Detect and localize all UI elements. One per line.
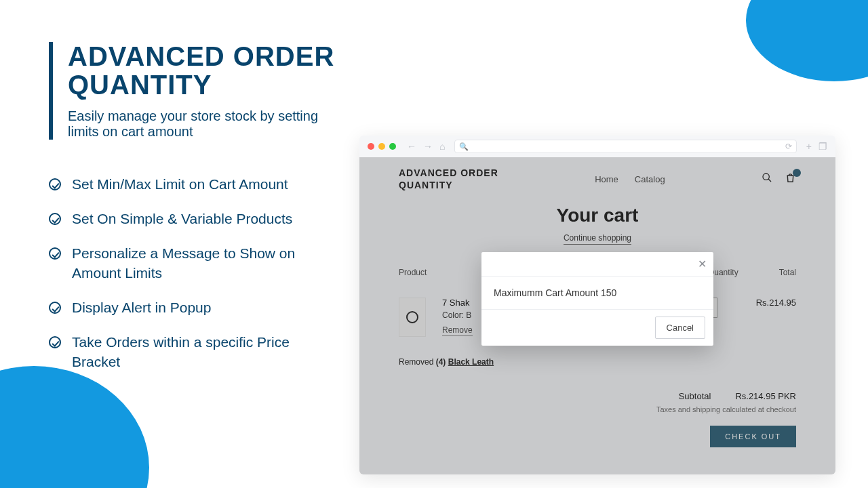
close-dot-icon — [368, 143, 374, 150]
check-icon — [49, 213, 61, 225]
alert-modal: ✕ Maximumm Cart Amount 150 Cancel — [481, 252, 713, 346]
search-icon: 🔍 — [459, 142, 469, 151]
max-dot-icon — [389, 143, 396, 150]
feature-item: Display Alert in Popup — [49, 298, 340, 318]
close-icon[interactable]: ✕ — [698, 258, 707, 270]
traffic-lights — [368, 143, 396, 150]
min-dot-icon — [378, 143, 385, 150]
feature-item: Set Min/Max Limit on Cart Amount — [49, 175, 340, 195]
address-bar[interactable]: 🔍 ⟳ — [454, 140, 796, 153]
check-icon — [49, 336, 61, 348]
feature-item: Personalize a Message to Show on Amount … — [49, 244, 340, 283]
feature-text: Display Alert in Popup — [72, 298, 211, 318]
check-icon — [49, 302, 61, 314]
feature-text: Take Orders within a specific Price Brac… — [72, 333, 340, 372]
check-icon — [49, 247, 61, 260]
feature-text: Personalize a Message to Show on Amount … — [72, 244, 340, 283]
cancel-button[interactable]: Cancel — [655, 317, 705, 339]
tabs-icon[interactable]: ❐ — [818, 141, 827, 152]
decor-blob-top-right — [746, 0, 868, 81]
nav-buttons: ← → ⌂ — [407, 141, 445, 152]
page-subtitle: Easily manage your store stock by settin… — [68, 108, 340, 140]
forward-icon[interactable]: → — [423, 141, 433, 152]
reload-icon[interactable]: ⟳ — [785, 142, 792, 151]
back-icon[interactable]: ← — [407, 141, 416, 152]
check-icon — [49, 178, 61, 190]
home-icon[interactable]: ⌂ — [439, 141, 445, 152]
feature-text: Set On Simple & Variable Products — [72, 209, 292, 229]
marketing-panel: ADVANCED ORDER QUANTITY Easily manage yo… — [49, 42, 340, 387]
browser-toolbar: ← → ⌂ 🔍 ⟳ + ❐ — [359, 136, 835, 157]
modal-message: Maximumm Cart Amount 150 — [481, 277, 713, 310]
feature-list: Set Min/Max Limit on Cart Amount Set On … — [49, 175, 340, 372]
feature-item: Take Orders within a specific Price Brac… — [49, 333, 340, 372]
feature-item: Set On Simple & Variable Products — [49, 209, 340, 229]
add-tab-icon[interactable]: + — [806, 141, 812, 152]
browser-mock: ← → ⌂ 🔍 ⟳ + ❐ ADVANCED ORDER QUANTITY Ho… — [359, 136, 835, 474]
page-title: ADVANCED ORDER QUANTITY — [68, 42, 340, 99]
feature-text: Set Min/Max Limit on Cart Amount — [72, 175, 288, 195]
